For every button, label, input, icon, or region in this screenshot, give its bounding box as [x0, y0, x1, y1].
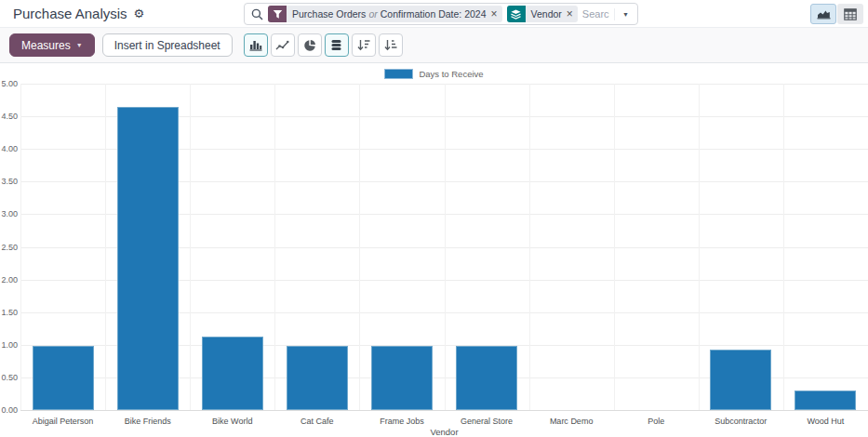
stacked-icon — [330, 39, 342, 51]
view-switcher — [810, 4, 863, 24]
x-tick-label: Bike World — [190, 417, 274, 426]
gridline-h — [20, 410, 868, 411]
y-tick-label: 5.00 — [0, 79, 18, 88]
view-switcher-graph[interactable] — [810, 4, 836, 24]
y-tick-label: 1.00 — [0, 340, 18, 350]
page-title: Purchase Analysis — [13, 6, 127, 21]
y-tick-label: 0.00 — [0, 405, 18, 415]
sort-descending-button[interactable] — [352, 33, 376, 57]
search-bar[interactable]: Purchase Orders or Confirmation Date: 20… — [244, 3, 638, 25]
control-panel: Purchase Analysis ⚙ Purchase Orders or C… — [0, 0, 868, 28]
layers-icon — [507, 6, 526, 22]
gridline-v — [445, 84, 446, 410]
gridline-v — [105, 84, 106, 410]
bar-chart-icon — [249, 39, 262, 51]
measures-button[interactable]: Measures ▼ — [9, 33, 95, 57]
bar[interactable] — [117, 107, 179, 410]
line-chart-button[interactable] — [271, 33, 295, 57]
search-input[interactable] — [582, 8, 609, 20]
insert-in-spreadsheet-button[interactable]: Insert in Spreadsheet — [102, 33, 233, 57]
action-gear-icon[interactable]: ⚙ — [134, 7, 145, 20]
y-tick-label: 3.00 — [0, 209, 18, 218]
y-tick-label: 2.50 — [0, 243, 18, 252]
y-tick-label: 1.50 — [0, 308, 18, 317]
gridline-v — [529, 84, 530, 410]
y-tick-label: 4.50 — [0, 112, 18, 121]
bar-chart-button[interactable] — [244, 33, 268, 57]
x-tick-label: Bike Friends — [105, 417, 190, 426]
sort-descending-icon — [357, 39, 370, 51]
bar[interactable] — [795, 391, 856, 410]
remove-groupby-icon[interactable]: × — [566, 6, 578, 22]
x-tick-label: Abigail Peterson — [20, 417, 105, 426]
gridline-v — [699, 84, 700, 410]
groupby-facet-label: Vendor — [526, 6, 566, 22]
y-tick-label: 3.50 — [0, 177, 18, 186]
filter-facet-label: Purchase Orders or Confirmation Date: 20… — [287, 6, 490, 22]
search-dropdown-caret-icon[interactable]: ▼ — [614, 8, 632, 20]
plot-area: 0.000.501.001.502.002.503.003.504.004.50… — [0, 63, 868, 437]
bar[interactable] — [33, 346, 94, 410]
pivot-view-icon — [844, 8, 857, 20]
breadcrumb: Purchase Analysis ⚙ — [0, 6, 144, 21]
gridline-v — [190, 84, 191, 410]
facet-filter[interactable]: Purchase Orders or Confirmation Date: 20… — [268, 6, 502, 22]
graph-toolbar: Measures ▼ Insert in Spreadsheet — [0, 28, 868, 63]
bar[interactable] — [371, 346, 433, 410]
x-tick-label: Marc Demo — [529, 417, 614, 426]
gridline-v — [359, 84, 360, 410]
stacked-toggle-button[interactable] — [325, 33, 349, 57]
bar[interactable] — [202, 337, 263, 410]
remove-filter-icon[interactable]: × — [490, 6, 502, 22]
measures-caret-icon: ▼ — [76, 42, 83, 48]
bar[interactable] — [287, 346, 348, 410]
sort-ascending-button[interactable] — [379, 33, 403, 57]
x-tick-label: Frame Jobs — [359, 417, 444, 426]
gridline-v — [783, 84, 784, 410]
search-icon — [251, 8, 263, 20]
x-tick-label: General Store — [445, 417, 529, 426]
gridline-v — [20, 84, 21, 410]
facet-groupby[interactable]: Vendor × — [507, 6, 578, 22]
y-tick-label: 4.00 — [0, 144, 18, 153]
chart-type-buttons — [244, 33, 403, 57]
gridline-v — [614, 84, 615, 410]
bar[interactable] — [456, 346, 517, 410]
x-tick-label: Subcontractor — [699, 417, 783, 426]
graph-chart: Days to Receive 0.000.501.001.502.002.50… — [0, 63, 868, 437]
line-chart-icon — [275, 40, 289, 51]
view-switcher-pivot[interactable] — [837, 4, 863, 24]
x-tick-label: Cat Cafe — [274, 417, 359, 426]
x-tick-label: Pole — [614, 417, 699, 426]
graph-view-icon — [817, 8, 831, 20]
sort-ascending-icon — [384, 39, 397, 51]
x-axis-title: Vendor — [20, 427, 868, 437]
pie-chart-icon — [303, 39, 316, 52]
filter-icon — [268, 6, 287, 22]
y-tick-label: 2.00 — [0, 275, 18, 285]
x-tick-label: Wood Hut — [783, 417, 868, 426]
gridline-v — [274, 84, 275, 410]
y-tick-label: 0.50 — [0, 373, 18, 382]
pie-chart-button[interactable] — [298, 33, 322, 57]
bar[interactable] — [710, 350, 771, 410]
